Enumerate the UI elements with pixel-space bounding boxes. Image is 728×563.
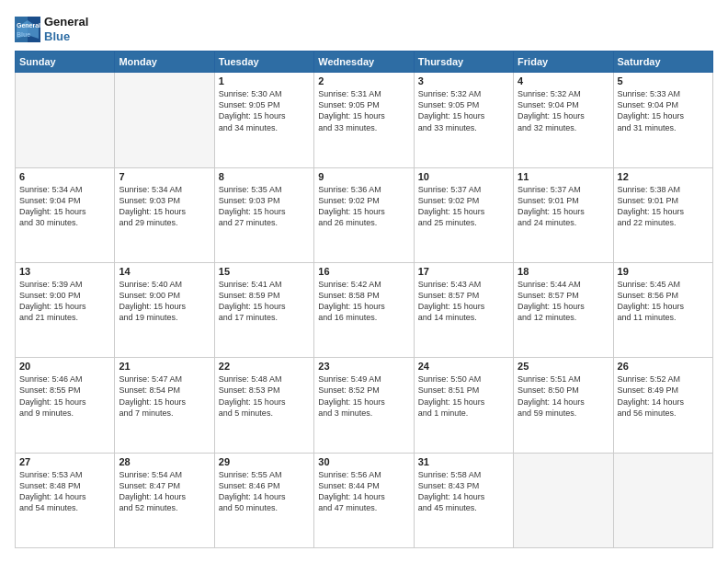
day-number: 27 — [19, 456, 110, 467]
day-number: 8 — [219, 171, 310, 182]
day-content: Sunrise: 5:44 AM Sunset: 8:57 PM Dayligh… — [518, 279, 609, 324]
day-content: Sunrise: 5:34 AM Sunset: 9:03 PM Dayligh… — [119, 184, 210, 229]
page: General Blue General Blue SundayMondayTu… — [0, 0, 728, 563]
day-number: 14 — [119, 266, 210, 277]
calendar-header-friday: Friday — [514, 52, 613, 73]
calendar-week-row: 13Sunrise: 5:39 AM Sunset: 9:00 PM Dayli… — [16, 262, 713, 357]
day-content: Sunrise: 5:47 AM Sunset: 8:54 PM Dayligh… — [119, 373, 210, 419]
day-content: Sunrise: 5:56 AM Sunset: 8:44 PM Dayligh… — [318, 469, 409, 514]
day-number: 22 — [219, 361, 310, 372]
day-content: Sunrise: 5:39 AM Sunset: 9:00 PM Dayligh… — [19, 279, 110, 324]
day-content: Sunrise: 5:49 AM Sunset: 8:52 PM Dayligh… — [318, 373, 409, 419]
svg-text:General: General — [17, 22, 40, 29]
calendar-cell: 22Sunrise: 5:48 AM Sunset: 8:53 PM Dayli… — [214, 358, 313, 453]
calendar-cell — [613, 453, 712, 547]
day-number: 3 — [418, 75, 509, 86]
day-content: Sunrise: 5:33 AM Sunset: 9:04 PM Dayligh… — [618, 88, 709, 133]
day-content: Sunrise: 5:43 AM Sunset: 8:57 PM Dayligh… — [418, 279, 509, 324]
calendar-week-row: 20Sunrise: 5:46 AM Sunset: 8:55 PM Dayli… — [16, 358, 713, 453]
day-number: 19 — [618, 266, 709, 277]
day-number: 7 — [119, 171, 210, 182]
calendar-cell: 19Sunrise: 5:45 AM Sunset: 8:56 PM Dayli… — [613, 262, 712, 357]
day-number: 20 — [19, 361, 110, 372]
svg-text:Blue: Blue — [17, 31, 30, 38]
day-number: 2 — [318, 75, 409, 86]
day-content: Sunrise: 5:30 AM Sunset: 9:05 PM Dayligh… — [219, 88, 310, 133]
day-number: 4 — [518, 75, 609, 86]
calendar-cell — [16, 73, 115, 167]
day-number: 9 — [318, 171, 409, 182]
day-number: 13 — [19, 266, 110, 277]
day-number: 23 — [318, 361, 409, 372]
calendar-cell: 10Sunrise: 5:37 AM Sunset: 9:02 PM Dayli… — [414, 167, 513, 262]
calendar-week-row: 27Sunrise: 5:53 AM Sunset: 8:48 PM Dayli… — [16, 453, 713, 547]
calendar-cell: 21Sunrise: 5:47 AM Sunset: 8:54 PM Dayli… — [115, 358, 214, 453]
day-content: Sunrise: 5:58 AM Sunset: 8:43 PM Dayligh… — [418, 469, 509, 514]
calendar-cell: 27Sunrise: 5:53 AM Sunset: 8:48 PM Dayli… — [16, 453, 115, 547]
day-number: 26 — [618, 361, 709, 372]
calendar-header-tuesday: Tuesday — [214, 52, 313, 73]
day-number: 31 — [418, 456, 509, 467]
calendar-cell: 12Sunrise: 5:38 AM Sunset: 9:01 PM Dayli… — [613, 167, 712, 262]
day-content: Sunrise: 5:53 AM Sunset: 8:48 PM Dayligh… — [19, 469, 110, 514]
calendar-cell: 18Sunrise: 5:44 AM Sunset: 8:57 PM Dayli… — [514, 262, 613, 357]
calendar-cell: 25Sunrise: 5:51 AM Sunset: 8:50 PM Dayli… — [514, 358, 613, 453]
day-content: Sunrise: 5:37 AM Sunset: 9:01 PM Dayligh… — [518, 184, 609, 229]
logo-icon: General Blue — [15, 17, 40, 42]
calendar-header-thursday: Thursday — [414, 52, 513, 73]
day-content: Sunrise: 5:34 AM Sunset: 9:04 PM Dayligh… — [19, 184, 110, 229]
calendar-cell: 3Sunrise: 5:32 AM Sunset: 9:05 PM Daylig… — [414, 73, 513, 167]
calendar-cell: 16Sunrise: 5:42 AM Sunset: 8:58 PM Dayli… — [314, 262, 414, 357]
calendar-cell — [514, 453, 613, 547]
day-number: 11 — [518, 171, 609, 182]
day-content: Sunrise: 5:42 AM Sunset: 8:58 PM Dayligh… — [318, 279, 409, 324]
day-number: 18 — [518, 266, 609, 277]
calendar-cell: 28Sunrise: 5:54 AM Sunset: 8:47 PM Dayli… — [115, 453, 214, 547]
calendar-week-row: 1Sunrise: 5:30 AM Sunset: 9:05 PM Daylig… — [16, 73, 713, 167]
calendar-cell — [115, 73, 214, 167]
logo-text: General Blue — [44, 15, 88, 43]
day-number: 28 — [119, 456, 210, 467]
day-content: Sunrise: 5:41 AM Sunset: 8:59 PM Dayligh… — [219, 279, 310, 324]
calendar-cell: 24Sunrise: 5:50 AM Sunset: 8:51 PM Dayli… — [414, 358, 513, 453]
calendar-header-row: SundayMondayTuesdayWednesdayThursdayFrid… — [16, 52, 713, 73]
day-content: Sunrise: 5:36 AM Sunset: 9:02 PM Dayligh… — [318, 184, 409, 229]
day-content: Sunrise: 5:40 AM Sunset: 9:00 PM Dayligh… — [119, 279, 210, 324]
calendar-cell: 14Sunrise: 5:40 AM Sunset: 9:00 PM Dayli… — [115, 262, 214, 357]
calendar-cell: 9Sunrise: 5:36 AM Sunset: 9:02 PM Daylig… — [314, 167, 414, 262]
day-number: 1 — [219, 75, 310, 86]
day-content: Sunrise: 5:32 AM Sunset: 9:04 PM Dayligh… — [518, 88, 609, 133]
day-number: 30 — [318, 456, 409, 467]
day-number: 5 — [618, 75, 709, 86]
calendar-cell: 31Sunrise: 5:58 AM Sunset: 8:43 PM Dayli… — [414, 453, 513, 547]
calendar-cell: 1Sunrise: 5:30 AM Sunset: 9:05 PM Daylig… — [214, 73, 313, 167]
day-number: 21 — [119, 361, 210, 372]
calendar-cell: 26Sunrise: 5:52 AM Sunset: 8:49 PM Dayli… — [613, 358, 712, 453]
calendar-cell: 29Sunrise: 5:55 AM Sunset: 8:46 PM Dayli… — [214, 453, 313, 547]
logo: General Blue General Blue — [15, 15, 88, 43]
day-content: Sunrise: 5:52 AM Sunset: 8:49 PM Dayligh… — [618, 373, 709, 419]
calendar-cell: 17Sunrise: 5:43 AM Sunset: 8:57 PM Dayli… — [414, 262, 513, 357]
day-content: Sunrise: 5:38 AM Sunset: 9:01 PM Dayligh… — [618, 184, 709, 229]
day-content: Sunrise: 5:45 AM Sunset: 8:56 PM Dayligh… — [618, 279, 709, 324]
day-content: Sunrise: 5:55 AM Sunset: 8:46 PM Dayligh… — [219, 469, 310, 514]
day-content: Sunrise: 5:31 AM Sunset: 9:05 PM Dayligh… — [318, 88, 409, 133]
calendar-cell: 6Sunrise: 5:34 AM Sunset: 9:04 PM Daylig… — [16, 167, 115, 262]
calendar-table: SundayMondayTuesdayWednesdayThursdayFrid… — [15, 51, 713, 548]
day-number: 29 — [219, 456, 310, 467]
calendar-header-wednesday: Wednesday — [314, 52, 414, 73]
calendar-cell: 20Sunrise: 5:46 AM Sunset: 8:55 PM Dayli… — [16, 358, 115, 453]
day-number: 15 — [219, 266, 310, 277]
calendar-cell: 4Sunrise: 5:32 AM Sunset: 9:04 PM Daylig… — [514, 73, 613, 167]
day-number: 25 — [518, 361, 609, 372]
calendar-cell: 2Sunrise: 5:31 AM Sunset: 9:05 PM Daylig… — [314, 73, 414, 167]
calendar-header-monday: Monday — [115, 52, 214, 73]
calendar-cell: 5Sunrise: 5:33 AM Sunset: 9:04 PM Daylig… — [613, 73, 712, 167]
day-content: Sunrise: 5:51 AM Sunset: 8:50 PM Dayligh… — [518, 373, 609, 419]
day-content: Sunrise: 5:48 AM Sunset: 8:53 PM Dayligh… — [219, 373, 310, 419]
day-number: 24 — [418, 361, 509, 372]
day-number: 17 — [418, 266, 509, 277]
calendar-header-sunday: Sunday — [16, 52, 115, 73]
day-number: 6 — [19, 171, 110, 182]
day-number: 10 — [418, 171, 509, 182]
